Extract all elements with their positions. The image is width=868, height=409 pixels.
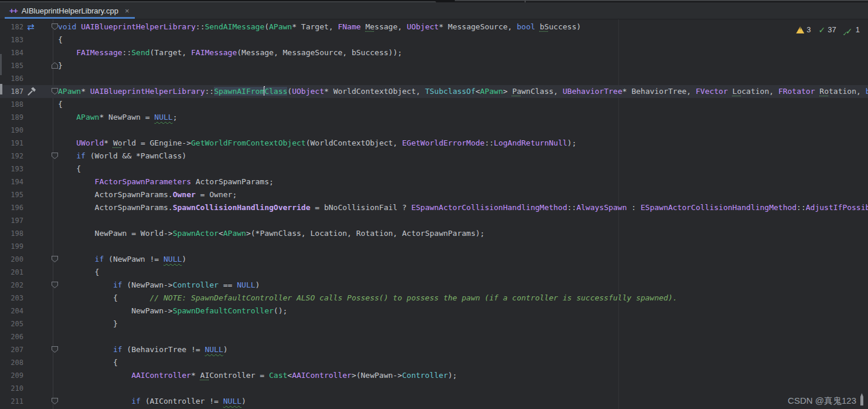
- warnings-indicator[interactable]: 3: [796, 23, 811, 36]
- code-token: Controller: [173, 280, 219, 289]
- fold-marker-up[interactable]: [52, 62, 58, 69]
- line-number[interactable]: 189: [0, 111, 26, 124]
- code-line-193[interactable]: 193{: [0, 163, 868, 175]
- inspections-widget[interactable]: 3 ✓ 37 ✓ ✓ 1: [796, 23, 860, 36]
- code-line-182[interactable]: 182⇄void UAIBlueprintHelperLibrary::Send…: [0, 21, 868, 33]
- code-line-187[interactable]: 187APawn* UAIBlueprintHelperLibrary::Spa…: [0, 85, 868, 98]
- line-number[interactable]: 209: [0, 369, 26, 382]
- line-number[interactable]: 190: [0, 124, 26, 137]
- code-text: [58, 240, 868, 253]
- code-line-199[interactable]: 199: [0, 240, 868, 253]
- fold-marker-down[interactable]: [52, 88, 58, 94]
- gutter-cell: [26, 98, 40, 111]
- code-line-190[interactable]: 190: [0, 124, 868, 137]
- line-number[interactable]: 211: [0, 395, 26, 408]
- line-number[interactable]: 183: [0, 33, 26, 46]
- line-number[interactable]: 205: [0, 317, 26, 330]
- code-token: (AIController !=: [141, 397, 223, 405]
- warning-icon: [796, 26, 804, 33]
- fold-marker-down[interactable]: [52, 398, 58, 404]
- code-token: ): [223, 345, 228, 354]
- code-line-196[interactable]: 196ActorSpawnParams.SpawnCollisionHandli…: [0, 201, 868, 214]
- code-line-206[interactable]: 206: [0, 330, 868, 343]
- gutter-cell: [26, 279, 40, 292]
- code-line-205[interactable]: 205}: [0, 317, 868, 330]
- code-line-207[interactable]: 207if (BehaviorTree != NULL): [0, 343, 868, 356]
- line-number[interactable]: 196: [0, 201, 26, 214]
- close-icon[interactable]: ×: [125, 6, 130, 15]
- line-number[interactable]: 206: [0, 330, 26, 343]
- line-number[interactable]: 187: [0, 85, 26, 98]
- line-number[interactable]: 191: [0, 137, 26, 150]
- line-number[interactable]: 194: [0, 175, 26, 188]
- line-number[interactable]: 200: [0, 253, 26, 266]
- code-line-194[interactable]: 194FActorSpawnParameters ActorSpawnParam…: [0, 175, 868, 188]
- ok-indicator[interactable]: ✓ 37: [819, 23, 836, 36]
- recursion-icon[interactable]: ⇄: [26, 21, 40, 33]
- code-token: if: [76, 151, 86, 160]
- line-number[interactable]: 207: [0, 343, 26, 356]
- code-token: ::: [205, 87, 214, 96]
- code-text: }: [58, 317, 868, 330]
- code-line-186[interactable]: 186: [0, 72, 868, 85]
- code-text: [58, 382, 868, 395]
- code-line-211[interactable]: 211if (AIController != NULL): [0, 395, 868, 408]
- line-number[interactable]: 210: [0, 382, 26, 395]
- code-line-209[interactable]: 209AAIController* AIController = Cast<AA…: [0, 369, 868, 382]
- fold-marker-down[interactable]: [52, 256, 58, 262]
- code-line-210[interactable]: 210: [0, 382, 868, 395]
- gutter-cell: [26, 266, 40, 279]
- line-number[interactable]: 193: [0, 163, 26, 175]
- code-editor[interactable]: 182⇄void UAIBlueprintHelperLibrary::Send…: [0, 19, 868, 409]
- code-line-208[interactable]: 208{: [0, 356, 868, 369]
- line-number[interactable]: 184: [0, 46, 26, 59]
- code-line-202[interactable]: 202if (NewPawn->Controller == NULL): [0, 279, 868, 292]
- code-line-184[interactable]: 184FAIMessage::Send(Target, FAIMessage(M…: [0, 46, 868, 59]
- line-number[interactable]: 208: [0, 356, 26, 369]
- gutter-cell: [26, 137, 40, 150]
- code-text: [58, 330, 868, 343]
- code-line-188[interactable]: 188{: [0, 98, 868, 111]
- code-line-204[interactable]: 204NewPawn->SpawnDefaultController();: [0, 305, 868, 317]
- line-number[interactable]: 204: [0, 305, 26, 317]
- code-token: APawn: [480, 87, 503, 96]
- code-line-198[interactable]: 198NewPawn = World->SpawnActor<APawn>(*P…: [0, 227, 868, 240]
- code-line-191[interactable]: 191UWorld* World = GEngine->GetWorldFrom…: [0, 137, 868, 150]
- fold-marker-down[interactable]: [52, 282, 58, 288]
- line-number[interactable]: 202: [0, 279, 26, 292]
- double-check-icon: ✓ ✓: [844, 25, 853, 35]
- code-line-189[interactable]: 189APawn* NewPawn = NULL;: [0, 111, 868, 124]
- code-token: NULL: [205, 345, 223, 354]
- code-line-203[interactable]: 203{ // NOTE: SpawnDefaultController ALS…: [0, 292, 868, 305]
- hammer-icon[interactable]: [26, 85, 40, 98]
- line-number[interactable]: 182: [0, 21, 26, 33]
- fold-marker-down[interactable]: [52, 23, 58, 30]
- code-line-200[interactable]: 200if (NewPawn != NULL): [0, 253, 868, 266]
- code-line-192[interactable]: 192if (World && *PawnClass): [0, 150, 868, 163]
- gutter-cell: [26, 292, 40, 305]
- code-line-197[interactable]: 197: [0, 214, 868, 227]
- line-number[interactable]: 186: [0, 72, 26, 85]
- line-number[interactable]: 192: [0, 150, 26, 163]
- line-number[interactable]: 188: [0, 98, 26, 111]
- tab-aiblueprinthelperlibrary-cpp[interactable]: ++ AIBlueprintHelperLibrary.cpp ×: [5, 2, 135, 19]
- code-line-183[interactable]: 183{: [0, 33, 868, 46]
- typos-indicator[interactable]: ✓ ✓ 1: [844, 23, 860, 36]
- line-number[interactable]: 197: [0, 214, 26, 227]
- fold-marker-down[interactable]: [52, 346, 58, 353]
- code-line-195[interactable]: 195ActorSpawnParams.Owner = Owner;: [0, 188, 868, 201]
- code-token: EGetWorldErrorMode: [402, 138, 485, 147]
- line-number[interactable]: 201: [0, 266, 26, 279]
- line-number[interactable]: 185: [0, 59, 26, 72]
- line-number[interactable]: 199: [0, 240, 26, 253]
- line-number[interactable]: 203: [0, 292, 26, 305]
- code-token: APawn: [58, 87, 81, 96]
- line-number[interactable]: 195: [0, 188, 26, 201]
- code-token: Send: [131, 48, 149, 57]
- line-number[interactable]: 198: [0, 227, 26, 240]
- code-line-185[interactable]: 185}: [0, 59, 868, 72]
- fold-marker-down[interactable]: [52, 153, 58, 159]
- code-line-201[interactable]: 201{: [0, 266, 868, 279]
- gutter-cell: [26, 369, 40, 382]
- code-area[interactable]: 182⇄void UAIBlueprintHelperLibrary::Send…: [0, 19, 868, 408]
